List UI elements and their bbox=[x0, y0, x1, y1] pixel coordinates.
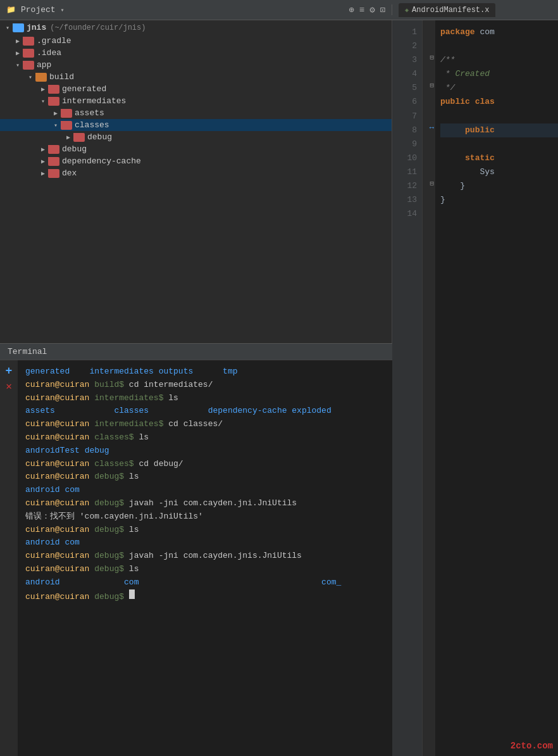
code-lines[interactable]: package com /** * Created */ public bbox=[435, 20, 558, 756]
terminal-line-4: assets classes dependency-cache exploded bbox=[25, 405, 385, 418]
t-com-1: com bbox=[65, 484, 79, 497]
terminal-close-icon[interactable]: ✕ bbox=[6, 382, 12, 392]
line-num-13: 13 bbox=[392, 193, 417, 207]
tree-item-gradle[interactable]: ▶ .gradle bbox=[0, 35, 392, 47]
terminal-line-18: cuiran@cuiran debug$ bbox=[25, 589, 385, 604]
tree-item-app[interactable]: ▾ app bbox=[0, 59, 392, 71]
t-com-underscore: com_ bbox=[321, 576, 341, 589]
tree-item-idea[interactable]: ▶ .idea bbox=[0, 47, 392, 59]
line-num-10: 10 bbox=[392, 151, 417, 165]
t-com-2: com bbox=[65, 536, 79, 550]
t-user-11: cuiran@cuiran bbox=[25, 497, 89, 510]
tree-item-build[interactable]: ▾ build bbox=[0, 71, 392, 83]
top-icon-3[interactable]: ⚙ bbox=[369, 4, 375, 15]
line-num-5: 5 bbox=[392, 81, 417, 95]
expand-arrow-build: ▾ bbox=[25, 73, 35, 81]
t-dir-5: intermediates$ bbox=[94, 418, 163, 431]
tab-label: AndroidManifest.x bbox=[412, 6, 489, 15]
expand-arrow-intermediates: ▾ bbox=[38, 98, 48, 105]
expand-arrow-classes: ▾ bbox=[51, 122, 61, 129]
idea-folder-icon bbox=[23, 49, 34, 58]
watermark: 2cto.com bbox=[511, 741, 553, 751]
top-icon-1[interactable]: ⊕ bbox=[349, 4, 354, 15]
expand-arrow-dex: ▶ bbox=[38, 170, 48, 177]
t-com-3: com bbox=[124, 576, 139, 589]
expand-arrow-idea: ▶ bbox=[13, 49, 23, 57]
t-space-9 bbox=[89, 470, 94, 484]
t-cmd-16: ls bbox=[124, 563, 139, 576]
top-icon-2[interactable]: ≡ bbox=[359, 5, 364, 15]
t-assets: assets bbox=[25, 405, 55, 418]
t-space-16 bbox=[89, 563, 94, 576]
t-cmd-2: cd intermediates/ bbox=[124, 379, 213, 392]
terminal-line-7: androidTest debug bbox=[25, 444, 385, 458]
tree-item-classes[interactable]: ▾ classes bbox=[0, 119, 392, 131]
terminal-body[interactable]: generated intermediates outputs tmp cuir… bbox=[18, 360, 392, 756]
gradle-label: .gradle bbox=[37, 36, 71, 46]
t-spaces2 bbox=[193, 365, 223, 379]
tree-item-generated[interactable]: ▶ generated bbox=[0, 83, 392, 95]
t-cmd-13: ls bbox=[124, 524, 139, 537]
expand-arrow-debug: ▶ bbox=[38, 146, 48, 153]
project-panel-header: 📁 Project ▾ ⊕ ≡ ⚙ ⊡ bbox=[0, 4, 392, 15]
tree-item-assets[interactable]: ▶ assets bbox=[0, 107, 392, 119]
project-label: Project bbox=[21, 5, 56, 15]
line-num-2: 2 bbox=[392, 39, 417, 53]
line-num-1: 1 bbox=[392, 25, 417, 39]
tree-item-dex[interactable]: ▶ dex bbox=[0, 167, 392, 179]
assets-label: assets bbox=[75, 108, 104, 118]
t-generated: generated bbox=[25, 365, 70, 379]
android-manifest-tab[interactable]: ◈ AndroidManifest.x bbox=[399, 3, 495, 17]
app-folder-icon bbox=[23, 61, 34, 70]
code-line-2 bbox=[440, 39, 558, 53]
t-android-2: android bbox=[25, 536, 60, 550]
dex-label: dex bbox=[62, 168, 77, 178]
expand-arrow-dependency-cache: ▶ bbox=[38, 158, 48, 165]
main-layout: ▾ jnis (~/founder/cuir/jnis) ▶ .gradle bbox=[0, 20, 558, 756]
debug-folder-icon bbox=[48, 145, 59, 154]
code-line-5: */ bbox=[440, 81, 558, 95]
tree-root[interactable]: ▾ jnis (~/founder/cuir/jnis) bbox=[0, 20, 392, 35]
t-space-15 bbox=[89, 550, 94, 563]
t-user-16: cuiran@cuiran bbox=[25, 563, 89, 576]
terminal-line-11: cuiran@cuiran debug$ javah -jni com.cayd… bbox=[25, 497, 385, 510]
terminal-icons: + ✕ bbox=[0, 360, 18, 756]
t-space-6 bbox=[89, 431, 94, 444]
t-spaces17b bbox=[139, 576, 321, 589]
t-spaces17a bbox=[60, 576, 124, 589]
terminal-cursor bbox=[129, 589, 135, 599]
code-line-14 bbox=[440, 207, 558, 221]
terminal-line-14: android com bbox=[25, 536, 385, 550]
t-spaces1 bbox=[70, 365, 89, 379]
top-icon-4[interactable]: ⊡ bbox=[380, 4, 385, 15]
t-user-8: cuiran@cuiran bbox=[25, 458, 89, 471]
file-tree-area: ▾ jnis (~/founder/cuir/jnis) ▶ .gradle bbox=[0, 20, 392, 343]
t-space-10 bbox=[60, 484, 65, 497]
t-cmd-15: javah -jni com.cayden.jnis.JniUtils bbox=[124, 550, 302, 563]
terminal-add-icon[interactable]: + bbox=[6, 365, 13, 377]
t-spaces4b bbox=[149, 405, 208, 418]
dropdown-arrow-icon[interactable]: ▾ bbox=[61, 6, 65, 14]
t-user-9: cuiran@cuiran bbox=[25, 470, 89, 484]
root-folder-icon bbox=[13, 23, 24, 32]
tree-item-intermediates[interactable]: ▾ intermediates bbox=[0, 95, 392, 107]
expand-arrow-root: ▾ bbox=[3, 24, 13, 32]
t-android-1: android bbox=[25, 484, 60, 497]
top-bar: 📁 Project ▾ ⊕ ≡ ⚙ ⊡ ◈ AndroidManifest.x bbox=[0, 0, 558, 20]
t-tmp: tmp bbox=[223, 365, 237, 379]
expand-arrow-gradle: ▶ bbox=[13, 37, 23, 45]
t-dir-11: debug$ bbox=[94, 497, 124, 510]
tree-item-debug-sub[interactable]: ▶ debug bbox=[0, 131, 392, 143]
code-line-11: Sys bbox=[440, 165, 558, 179]
t-error: 错误：找不到 'com.cayden.jni.JniUtils' bbox=[25, 510, 203, 524]
code-line-4: * Created bbox=[440, 67, 558, 81]
tree-item-debug[interactable]: ▶ debug bbox=[0, 143, 392, 155]
tree-item-dependency-cache[interactable]: ▶ dependency-cache bbox=[0, 155, 392, 167]
t-user-3: cuiran@cuiran bbox=[25, 392, 89, 405]
t-space-8 bbox=[89, 458, 94, 471]
terminal-line-17: android com com_ bbox=[25, 576, 385, 589]
code-editor: 1 2 3 4 5 6 7 8 9 10 11 12 13 14 ↔ ⊟ bbox=[392, 20, 558, 756]
build-folder-icon bbox=[35, 73, 47, 82]
t-android-3: android bbox=[25, 576, 60, 589]
terminal-line-6: cuiran@cuiran classes$ ls bbox=[25, 431, 385, 444]
